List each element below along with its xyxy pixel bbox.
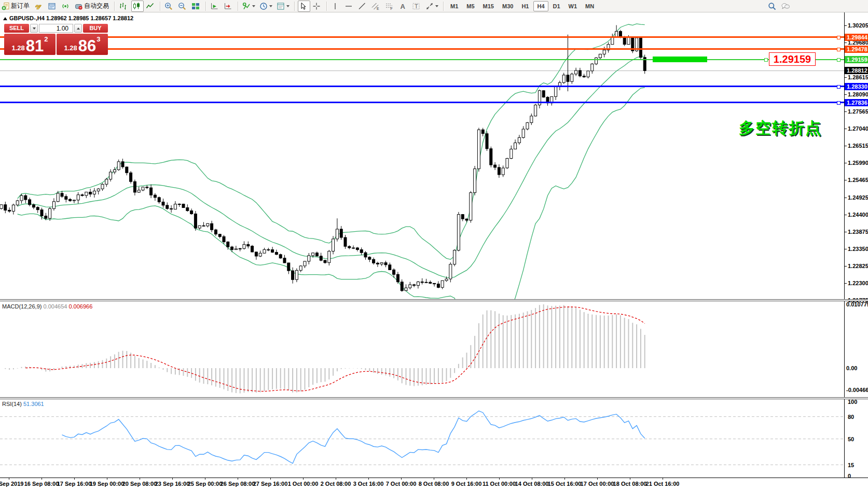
line-handle[interactable]	[837, 58, 841, 62]
horizontal-level-line[interactable]	[0, 36, 844, 38]
buy-button[interactable]: BUY	[83, 24, 108, 33]
search-button[interactable]	[767, 1, 779, 12]
data-window-button[interactable]	[47, 1, 59, 12]
svg-text:F: F	[391, 7, 393, 10]
chart-shift-button[interactable]	[223, 1, 235, 12]
zoom-in-button[interactable]	[163, 1, 176, 12]
auto-trading-icon	[75, 2, 83, 10]
price-tick-label: 1.30205	[848, 22, 868, 29]
cursor-button[interactable]	[298, 1, 310, 12]
axis-tick	[845, 215, 847, 215]
horizontal-level-line[interactable]	[0, 102, 844, 103]
tile-windows-button[interactable]	[190, 1, 203, 12]
text-label-button[interactable]: T	[411, 1, 423, 12]
equidistant-channel-icon: E	[371, 2, 380, 10]
chinese-annotation[interactable]: 多空转折点	[739, 118, 822, 139]
line-handle[interactable]	[837, 85, 841, 89]
arrows-button[interactable]	[424, 1, 440, 12]
volume-input[interactable]	[39, 24, 73, 33]
triangle-up-icon	[77, 27, 80, 30]
rsi-axis-label: 0	[848, 473, 851, 479]
arrows-icon	[425, 2, 434, 10]
templates-button[interactable]	[275, 1, 292, 12]
timeframe-m15-button[interactable]: M15	[479, 1, 498, 11]
time-axis-tick	[499, 478, 500, 480]
pane-splitter-rsi[interactable]	[0, 397, 868, 399]
axis-tick	[845, 232, 847, 232]
line-handle[interactable]	[837, 48, 841, 51]
timeframe-m5-button[interactable]: M5	[463, 1, 478, 11]
timeframe-m1-button[interactable]: M1	[447, 1, 462, 11]
time-axis-label: 11 Oct 00:00	[483, 481, 516, 487]
chat-button[interactable]	[780, 1, 793, 12]
time-axis-tick	[107, 478, 107, 480]
collapse-panel-arrow-icon[interactable]	[3, 17, 7, 20]
toolbar-separator	[114, 2, 115, 11]
timeframe-m30-button[interactable]: M30	[499, 1, 517, 11]
new-order-label: 新订单	[11, 2, 30, 10]
candles-chart-button[interactable]	[131, 1, 144, 12]
sell-button[interactable]: SELL	[4, 24, 29, 33]
timeframe-h1-button[interactable]: H1	[518, 1, 532, 11]
signals-icon	[61, 2, 70, 10]
auto-scroll-button[interactable]	[209, 1, 222, 12]
auto-trading-button[interactable]: 自动交易	[74, 1, 112, 12]
text-button[interactable]: A	[397, 1, 410, 12]
price-tick-label: 1.23350	[848, 246, 868, 252]
zoom-out-button[interactable]	[177, 1, 189, 12]
horizontal-level-line[interactable]	[0, 48, 844, 50]
horizontal-level-line[interactable]	[0, 86, 844, 87]
trendline-icon	[358, 2, 366, 10]
buy-price-panel[interactable]: 1.28 86 3	[57, 34, 108, 55]
crosshair-button[interactable]	[311, 1, 324, 12]
highlight-rectangle[interactable]	[653, 57, 707, 62]
time-axis-tick	[597, 478, 598, 480]
timeframe-d1-button[interactable]: D1	[549, 1, 564, 11]
sell-price-panel[interactable]: 1.28 81 2	[4, 34, 56, 55]
rsi-axis-label: 50	[848, 436, 854, 442]
toolbar: 新订单自动交易EFAT M1M5M15M30H1H4D1W1MN	[0, 0, 868, 12]
price-label-box[interactable]: 1.29159	[769, 52, 816, 66]
candlestick-chart	[0, 12, 844, 299]
fibonacci-button[interactable]: F	[384, 1, 396, 12]
volume-decrease-button[interactable]	[30, 24, 38, 33]
line-handle[interactable]	[764, 58, 768, 62]
volume-increase-button[interactable]	[74, 24, 82, 33]
macd-axis-label: 0.010775	[846, 301, 868, 307]
toolbar-separator	[326, 2, 327, 11]
time-axis-tick	[172, 478, 173, 480]
horizontal-level-line[interactable]	[0, 59, 844, 60]
pane-splitter-macd[interactable]	[0, 299, 868, 301]
time-axis-tick	[238, 478, 238, 480]
zoom-in-icon	[164, 2, 173, 10]
indicators-button[interactable]	[241, 1, 257, 12]
horizontal-line-button[interactable]	[343, 1, 356, 12]
auto-scroll-icon	[210, 2, 218, 10]
line-handle[interactable]	[837, 101, 841, 105]
signals-button[interactable]	[60, 1, 73, 12]
time-axis-tick	[532, 478, 532, 480]
toolbar-separator	[443, 2, 444, 11]
timeframe-w1-button[interactable]: W1	[565, 1, 581, 11]
periods-button[interactable]	[258, 1, 274, 12]
trendline-button[interactable]	[357, 1, 369, 12]
horizontal-line-icon	[345, 2, 353, 10]
timeframe-h4-button[interactable]: H4	[533, 1, 548, 11]
text-icon: A	[398, 2, 407, 10]
time-axis-label: 1 Oct 00:00	[288, 481, 319, 487]
bars-chart-button[interactable]	[118, 1, 130, 12]
price-tick-label: 1.23875	[848, 229, 868, 235]
timeframe-mn-button[interactable]: MN	[582, 1, 598, 11]
time-axis-label: 18 Oct 08:00	[613, 481, 647, 487]
line-handle[interactable]	[837, 36, 841, 39]
time-axis-label: 23 Sep 16:00	[155, 481, 190, 487]
vertical-line-button[interactable]	[330, 1, 342, 12]
axis-tick	[845, 198, 847, 198]
equidistant-channel-button[interactable]: E	[370, 1, 383, 12]
price-tag: 1.29844	[845, 34, 868, 41]
market-button[interactable]	[33, 1, 46, 12]
new-order-button[interactable]: 新订单	[1, 1, 32, 12]
macd-axis-label: -0.004668	[846, 387, 868, 393]
line-chart-button[interactable]	[145, 1, 157, 12]
time-axis-tick	[401, 478, 402, 480]
